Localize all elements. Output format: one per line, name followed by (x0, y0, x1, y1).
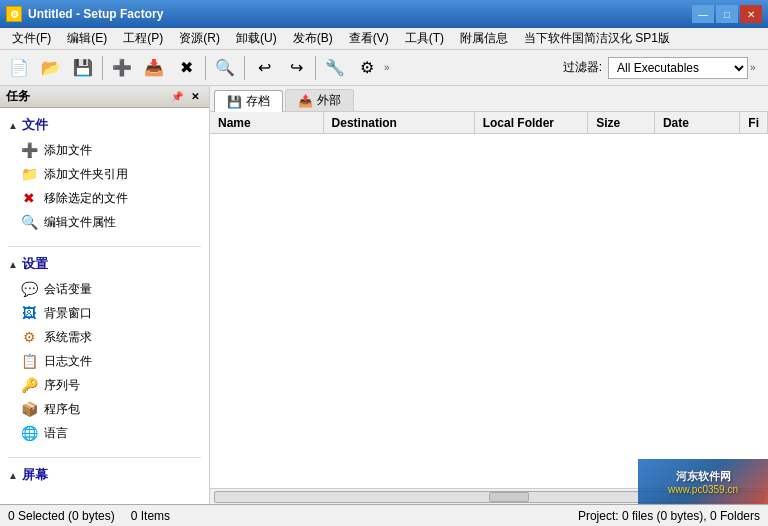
section-settings-header[interactable]: ▲ 设置 (0, 251, 209, 277)
col-header-date[interactable]: Date (655, 112, 740, 133)
menu-appinfo[interactable]: 附属信息 (452, 28, 516, 49)
toolbar: 📄 📂 💾 ➕ 📥 ✖ 🔍 ↩ ↪ 🔧 ⚙ » 过滤器: All Executa… (0, 50, 768, 86)
external-tab-icon: 📤 (298, 94, 313, 108)
serial-num-icon: 🔑 (20, 376, 38, 394)
package-icon: 📦 (20, 400, 38, 418)
add-button[interactable]: ➕ (107, 54, 137, 82)
separator-1 (102, 56, 103, 80)
toolbar-right-more[interactable]: » (750, 62, 764, 73)
divider-1 (8, 246, 201, 247)
col-header-size[interactable]: Size (588, 112, 655, 133)
col-header-destination[interactable]: Destination (324, 112, 475, 133)
add-folder-label: 添加文件夹引用 (44, 166, 128, 183)
panel-header: 任务 📌 ✕ (0, 86, 209, 108)
menu-edit[interactable]: 编辑(E) (59, 28, 115, 49)
menu-project[interactable]: 工程(P) (115, 28, 171, 49)
files-section-items: ➕ 添加文件 📁 添加文件夹引用 ✖ 移除选定的文件 🔍 编辑文件属性 (0, 138, 209, 242)
save-button[interactable]: 💾 (68, 54, 98, 82)
system-req-icon: ⚙ (20, 328, 38, 346)
panel-content: ▲ 文件 ➕ 添加文件 📁 添加文件夹引用 ✖ 移除选定的文件 🔍 (0, 108, 209, 504)
tab-bar: 💾 存档 📤 外部 (210, 86, 768, 112)
menu-publish[interactable]: 发布(B) (285, 28, 341, 49)
status-selected: 0 Selected (0 bytes) (8, 509, 115, 523)
panel-close-icon[interactable]: ✕ (187, 89, 203, 105)
hscroll-thumb[interactable] (489, 492, 529, 502)
session-vars-icon: 💬 (20, 280, 38, 298)
window-controls: — □ ✕ (692, 5, 762, 23)
window-title: Untitled - Setup Factory (28, 7, 692, 21)
close-button[interactable]: ✕ (740, 5, 762, 23)
panel-title: 任务 (6, 88, 169, 105)
left-panel: 任务 📌 ✕ ▲ 文件 ➕ 添加文件 📁 添加文件夹引用 (0, 86, 210, 504)
log-file-icon: 📋 (20, 352, 38, 370)
new-button[interactable]: 📄 (4, 54, 34, 82)
options-button[interactable]: ⚙ (352, 54, 382, 82)
remove-file-label: 移除选定的文件 (44, 190, 128, 207)
files-section-title: 文件 (22, 116, 48, 134)
redo-button[interactable]: ↪ (281, 54, 311, 82)
find-button[interactable]: 🔍 (210, 54, 240, 82)
log-file-item[interactable]: 📋 日志文件 (16, 349, 201, 373)
remove-file-item[interactable]: ✖ 移除选定的文件 (16, 186, 201, 210)
screen-section-title: 屏幕 (22, 466, 48, 484)
separator-3 (244, 56, 245, 80)
watermark-line1: 河东软件网 (676, 469, 731, 484)
tab-archive[interactable]: 💾 存档 (214, 90, 283, 112)
col-header-name[interactable]: Name (210, 112, 324, 133)
bg-window-item[interactable]: 🖼 背景窗口 (16, 301, 201, 325)
watermark-line2: www.pc0359.cn (668, 484, 738, 495)
serial-num-item[interactable]: 🔑 序列号 (16, 373, 201, 397)
delete-button[interactable]: ✖ (171, 54, 201, 82)
section-files-header[interactable]: ▲ 文件 (0, 112, 209, 138)
settings-section-items: 💬 会话变量 🖼 背景窗口 ⚙ 系统需求 📋 日志文件 🔑 序列号 (0, 277, 209, 453)
menu-uninstall[interactable]: 卸载(U) (228, 28, 285, 49)
panel-pin-icon[interactable]: 📌 (169, 89, 185, 105)
maximize-button[interactable]: □ (716, 5, 738, 23)
language-item[interactable]: 🌐 语言 (16, 421, 201, 445)
settings-chevron-icon: ▲ (8, 259, 18, 270)
package-label: 程序包 (44, 401, 80, 418)
main-layout: 任务 📌 ✕ ▲ 文件 ➕ 添加文件 📁 添加文件夹引用 (0, 86, 768, 504)
col-header-local[interactable]: Local Folder (475, 112, 589, 133)
session-vars-item[interactable]: 💬 会话变量 (16, 277, 201, 301)
import-button[interactable]: 📥 (139, 54, 169, 82)
watermark: 河东软件网 www.pc0359.cn (638, 459, 768, 504)
settings-button[interactable]: 🔧 (320, 54, 350, 82)
add-file-item[interactable]: ➕ 添加文件 (16, 138, 201, 162)
edit-file-props-item[interactable]: 🔍 编辑文件属性 (16, 210, 201, 234)
filter-label: 过滤器: (563, 59, 602, 76)
menu-resources[interactable]: 资源(R) (171, 28, 228, 49)
add-folder-ref-item[interactable]: 📁 添加文件夹引用 (16, 162, 201, 186)
menu-tools[interactable]: 工具(T) (397, 28, 452, 49)
file-list-header: Name Destination Local Folder Size Date … (210, 112, 768, 134)
bg-window-label: 背景窗口 (44, 305, 92, 322)
app-icon: ⚙ (6, 6, 22, 22)
session-vars-label: 会话变量 (44, 281, 92, 298)
separator-2 (205, 56, 206, 80)
divider-2 (8, 457, 201, 458)
system-req-label: 系统需求 (44, 329, 92, 346)
package-item[interactable]: 📦 程序包 (16, 397, 201, 421)
status-items: 0 Items (131, 509, 170, 523)
col-header-fi[interactable]: Fi (740, 112, 768, 133)
filter-select[interactable]: All ExecutablesAll FilesDocumentsImages (608, 57, 748, 79)
minimize-button[interactable]: — (692, 5, 714, 23)
system-req-item[interactable]: ⚙ 系统需求 (16, 325, 201, 349)
section-screen-header[interactable]: ▲ 屏幕 (0, 462, 209, 488)
tab-external[interactable]: 📤 外部 (285, 89, 354, 111)
log-file-label: 日志文件 (44, 353, 92, 370)
menu-file[interactable]: 文件(F) (4, 28, 59, 49)
toolbar-more[interactable]: » (384, 62, 398, 73)
file-list-body (210, 134, 768, 488)
open-button[interactable]: 📂 (36, 54, 66, 82)
undo-button[interactable]: ↩ (249, 54, 279, 82)
separator-4 (315, 56, 316, 80)
add-folder-icon: 📁 (20, 165, 38, 183)
menu-localize[interactable]: 当下软件国简洁汉化 SP1版 (516, 28, 678, 49)
serial-num-label: 序列号 (44, 377, 80, 394)
edit-file-icon: 🔍 (20, 213, 38, 231)
menu-view[interactable]: 查看(V) (341, 28, 397, 49)
add-file-label: 添加文件 (44, 142, 92, 159)
language-icon: 🌐 (20, 424, 38, 442)
bg-window-icon: 🖼 (20, 304, 38, 322)
